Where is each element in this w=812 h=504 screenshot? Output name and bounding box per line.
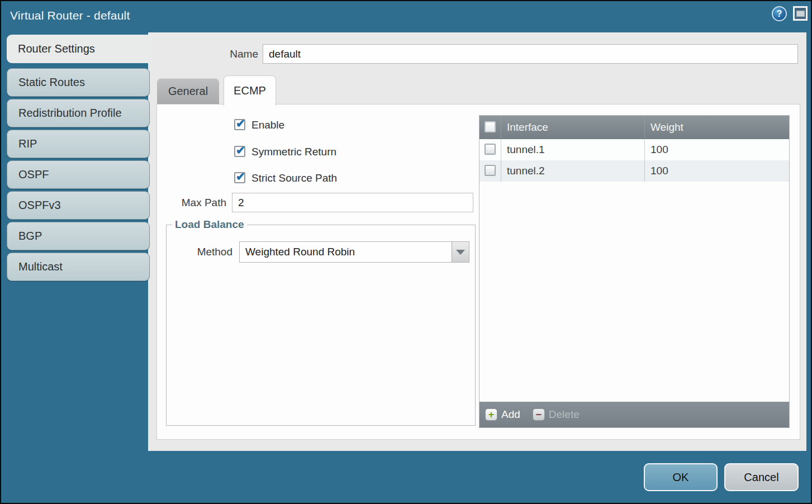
sidebar-item-redistribution-profile[interactable]: Redistribution Profile — [7, 99, 150, 127]
delete-button[interactable]: − Delete — [533, 408, 580, 421]
sidebar-item-rip[interactable]: RIP — [7, 130, 150, 158]
cell-weight: 100 — [645, 160, 789, 182]
enable-label: Enable — [251, 118, 284, 132]
sidebar-item-ospfv3[interactable]: OSPFv3 — [7, 191, 150, 220]
method-select[interactable]: Weighted Round Robin — [239, 241, 469, 263]
enable-checkbox[interactable] — [234, 119, 245, 130]
strict-source-path-label: Strict Source Path — [251, 172, 337, 185]
tab-general[interactable]: General — [157, 78, 219, 104]
cell-interface: tunnel.2 — [501, 160, 644, 182]
table-footer: + Add − Delete — [479, 402, 789, 427]
delete-button-label: Delete — [549, 408, 580, 421]
method-dropdown-button[interactable] — [452, 242, 469, 262]
strict-source-path-checkbox[interactable] — [234, 172, 245, 183]
method-label: Method — [167, 241, 232, 263]
select-all-checkbox[interactable] — [485, 121, 496, 132]
table-row[interactable]: tunnel.1 100 — [479, 139, 789, 160]
table-row[interactable]: tunnel.2 100 — [479, 160, 789, 182]
interface-table: Interface Weight tunnel.1 100 tunnel.2 1… — [479, 115, 790, 428]
sidebar-item-static-routes[interactable]: Static Routes — [7, 68, 150, 97]
symmetric-return-label: Symmetric Return — [251, 145, 336, 159]
sidebar-item-router-settings[interactable]: Router Settings — [7, 35, 152, 63]
load-balance-fieldset: Load Balance Method Weighted Round Robin — [166, 225, 476, 426]
name-label: Name — [186, 44, 258, 64]
tab-ecmp[interactable]: ECMP — [224, 75, 276, 106]
method-selected-value: Weighted Round Robin — [245, 242, 355, 262]
column-header-interface[interactable]: Interface — [501, 116, 644, 139]
chevron-down-icon — [456, 250, 465, 255]
max-path-label: Max Path — [156, 193, 226, 212]
row-checkbox[interactable] — [485, 165, 496, 176]
add-button[interactable]: + Add — [485, 408, 520, 421]
sidebar-item-multicast[interactable]: Multicast — [7, 253, 150, 281]
symmetric-return-checkbox[interactable] — [234, 146, 245, 157]
column-header-weight[interactable]: Weight — [645, 116, 789, 139]
ok-button[interactable]: OK — [644, 463, 718, 491]
name-input[interactable] — [263, 44, 798, 64]
window-restore-icon[interactable] — [793, 6, 808, 21]
sidebar-item-bgp[interactable]: BGP — [7, 222, 150, 250]
dialog-title: Virtual Router - default — [10, 9, 130, 22]
cancel-button[interactable]: Cancel — [724, 463, 799, 491]
help-icon[interactable]: ? — [772, 6, 787, 21]
table-header: Interface Weight — [479, 116, 789, 139]
sidebar-item-ospf[interactable]: OSPF — [7, 160, 150, 189]
max-path-input[interactable] — [232, 193, 473, 212]
add-button-label: Add — [501, 408, 520, 421]
virtual-router-dialog: Virtual Router - default ? Router Settin… — [0, 0, 812, 504]
cell-weight: 100 — [645, 139, 789, 160]
row-checkbox[interactable] — [485, 144, 496, 155]
plus-icon: + — [485, 408, 497, 421]
cell-interface: tunnel.1 — [501, 139, 644, 160]
minus-icon: − — [533, 408, 545, 421]
load-balance-legend: Load Balance — [172, 218, 247, 231]
